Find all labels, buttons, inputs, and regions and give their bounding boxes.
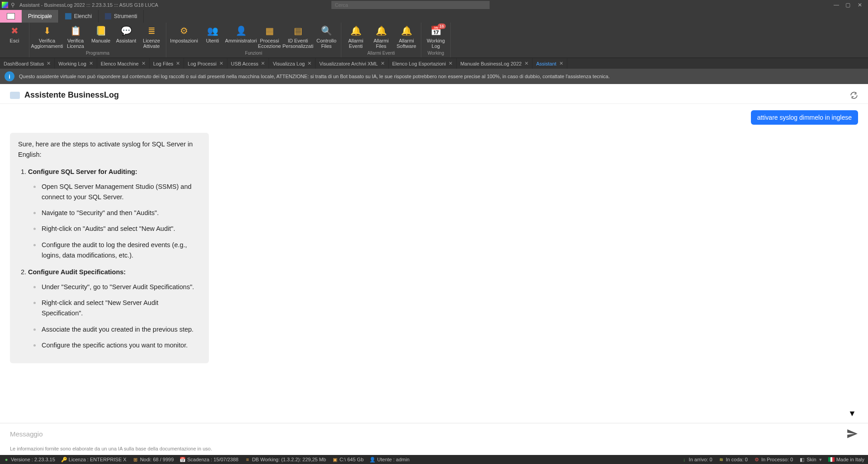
ribbon-item-utenti[interactable]: 👥 Utenti (200, 23, 225, 50)
refresh-button[interactable] (850, 91, 858, 99)
ribbon-item-verifica-licenza[interactable]: 📋 Verifica Licenza (63, 23, 88, 50)
status-in-arrivo: ↓In arrivo: 0 (682, 457, 712, 462)
status-disk: ▣C:\ 645 Gb (332, 457, 363, 462)
doc-tab-label: Assistant (536, 61, 557, 66)
ribbon-item-working-log[interactable]: 16 📅 Working Log (423, 23, 448, 50)
menu-tab-label: Elenchi (74, 13, 92, 19)
bot-bullet: Configure the audit to log the desired e… (36, 240, 201, 261)
menu-tab-elenchi[interactable]: Elenchi (59, 10, 99, 23)
status-in-coda: ≋In coda: 0 (719, 457, 748, 462)
ribbon-item-id-eventi[interactable]: ▤ ID Eventi Personalizzati (282, 23, 314, 50)
minimize-button[interactable]: — (833, 1, 840, 9)
doc-tab[interactable]: Elenco Macchine✕ (97, 58, 150, 69)
doc-tab[interactable]: Working Log✕ (55, 58, 97, 69)
global-search-input[interactable] (331, 1, 490, 9)
ribbon-group-funzioni: ⚙ Impostazioni 👥 Utenti 👤 Amministratori… (166, 23, 341, 57)
doc-tab[interactable]: DashBoard Status✕ (0, 58, 55, 69)
ribbon-item-verifica-aggiornamenti[interactable]: ⬇ Verifica Aggiornamenti (31, 23, 63, 50)
close-tab-icon[interactable]: ✕ (448, 61, 453, 66)
ribbon-group-allarmi: 🔔 Allarmi Eventi 🔔 Allarmi Files 🔔 Allar… (341, 23, 421, 57)
scroll-to-bottom-button[interactable]: ▼ (846, 408, 858, 419)
assistant-pane: Assistente BusinessLog attivare syslog d… (0, 84, 868, 455)
ribbon-item-manuale[interactable]: 📒 Manuale (88, 23, 113, 50)
chat-icon: 💬 (120, 25, 132, 36)
ribbon-item-label: Allarmi Files (369, 38, 393, 49)
info-banner: i Questo assistente virtuale non può ris… (0, 69, 868, 84)
close-tab-icon[interactable]: ✕ (176, 61, 180, 66)
ribbon-item-processi-eccezione[interactable]: ▦ Processi Eccezione (257, 23, 282, 50)
ribbon-item-label: Assistant (116, 38, 137, 43)
ribbon-item-assistant[interactable]: 💬 Assistant (113, 23, 139, 50)
doc-tab-label: Visualizzatore Archivi XML (319, 61, 377, 66)
flag-it-icon (828, 457, 835, 462)
close-window-button[interactable]: ✕ (856, 1, 863, 9)
maximize-button[interactable]: ▢ (844, 1, 852, 9)
chat-body[interactable]: attivare syslog dimmelo in inglese Sure,… (0, 104, 868, 423)
ribbon-item-impostazioni[interactable]: ⚙ Impostazioni (168, 23, 200, 50)
doc-tab[interactable]: Elenco Log Esportazioni✕ (389, 58, 457, 69)
doc-tab[interactable]: Log Processi✕ (184, 58, 227, 69)
nodes-icon: ⊞ (133, 457, 138, 462)
close-tab-icon[interactable]: ✕ (381, 61, 385, 66)
ribbon-item-allarmi-files[interactable]: 🔔 Allarmi Files (368, 23, 394, 50)
doc-tab[interactable]: Log Files✕ (150, 58, 184, 69)
ribbon-item-label: Verifica Licenza (64, 38, 87, 49)
doc-tab[interactable]: Visualizza Log✕ (269, 58, 316, 69)
ribbon-group-label: Allarmi Eventi (367, 50, 395, 56)
doc-tab[interactable]: USB Access✕ (227, 58, 269, 69)
ribbon-item-label: Esci (10, 38, 19, 43)
doc-tab[interactable]: Visualizzatore Archivi XML✕ (316, 58, 388, 69)
close-tab-icon[interactable]: ✕ (47, 61, 51, 66)
close-tab-icon[interactable]: ✕ (559, 61, 563, 66)
menu-tab-label: Principale (28, 13, 52, 19)
ribbon-item-allarmi-eventi[interactable]: 🔔 Allarmi Eventi (343, 23, 368, 50)
send-button[interactable] (846, 428, 858, 440)
status-skin[interactable]: ◧Skin▾ (799, 457, 821, 463)
doc-tab-label: Elenco Log Esportazioni (392, 61, 446, 66)
doc-tab-label: Visualizza Log (273, 61, 305, 66)
bot-section-title: Configure Audit Specifications: (28, 268, 126, 276)
ribbon-item-amministratori[interactable]: 👤 Amministratori (225, 23, 257, 50)
close-tab-icon[interactable]: ✕ (219, 61, 223, 66)
close-tab-icon[interactable]: ✕ (307, 61, 311, 66)
bot-bullet: Configure the specific actions you want … (36, 340, 201, 351)
status-nodi: ⊞Nodi: 68 / 9999 (133, 457, 174, 462)
chat-title: Assistente BusinessLog (24, 90, 119, 100)
ribbon-item-label: Allarmi Software (395, 38, 418, 49)
key-icon: 🔑 (61, 457, 67, 462)
pin-icon[interactable]: ⚲ (11, 2, 15, 8)
close-tab-icon[interactable]: ✕ (261, 61, 265, 66)
doc-tab-label: Log Files (153, 61, 174, 66)
process-icon: ▦ (264, 25, 275, 36)
ribbon-item-label: Amministratori (225, 38, 257, 43)
gear-icon: ⚙ (178, 25, 190, 36)
chat-disclaimer: Le informazioni fornite sono elaborate d… (0, 444, 868, 455)
bot-bullet: Right-click and select "New Server Audit… (36, 298, 201, 319)
menu-tab-principale[interactable]: Principale (22, 10, 59, 23)
close-tab-icon[interactable]: ✕ (89, 61, 93, 66)
ribbon-item-controllo-files[interactable]: 🔍 Controllo Files (314, 23, 339, 50)
database-icon: ≡ (245, 457, 250, 462)
ribbon-group-label: Programma (86, 50, 109, 56)
calendar-icon: 📅 (180, 457, 185, 462)
chat-input[interactable] (10, 430, 842, 438)
ribbon-item-licenze-attivate[interactable]: ≣ Licenze Attivate (139, 23, 164, 50)
close-tab-icon[interactable]: ✕ (142, 61, 146, 66)
status-scadenza: 📅Scadenza : 15/07/2388 (180, 457, 238, 462)
ribbon-item-allarmi-software[interactable]: 🔔 Allarmi Software (394, 23, 419, 50)
menu-tab-strumenti[interactable]: Strumenti (99, 10, 144, 23)
users-icon: 👥 (207, 25, 218, 36)
tools-icon (105, 13, 111, 19)
doc-tab-label: DashBoard Status (4, 61, 44, 66)
bot-bullet: Right-click on "Audits" and select "New … (36, 224, 201, 234)
doc-tab[interactable]: Assistant✕ (533, 58, 567, 69)
user-icon: 👤 (370, 457, 375, 462)
title-bar: ⚲ Assistant - BusinessLog 2022 ::: 2.23.… (0, 0, 868, 10)
ribbon-item-esci[interactable]: ✖ Esci (2, 23, 27, 44)
doc-tab[interactable]: Manuale BusinessLog 2022✕ (457, 58, 533, 69)
close-tab-icon[interactable]: ✕ (524, 61, 528, 66)
home-button[interactable] (0, 10, 22, 23)
info-icon: i (5, 71, 14, 81)
ribbon-item-label: Utenti (206, 38, 219, 43)
status-in-processo: ⚙In Processo: 0 (754, 457, 793, 462)
